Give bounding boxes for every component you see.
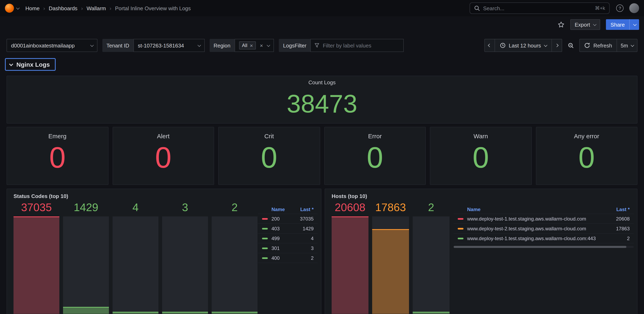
chevron-left-icon: [488, 44, 491, 47]
bar-value: 1429: [74, 202, 98, 214]
legend-series-name[interactable]: 400: [272, 255, 280, 261]
time-range-picker[interactable]: Last 12 hours: [494, 39, 552, 52]
region-dropdown[interactable]: All × ×: [234, 39, 274, 52]
dashboard-toolbar: Export Share: [0, 16, 644, 33]
bar-value: 2: [428, 202, 434, 214]
legend-header-last[interactable]: Last *: [300, 206, 314, 212]
clear-selection-icon[interactable]: ×: [260, 43, 263, 48]
scrollbar-thumb[interactable]: [454, 246, 626, 248]
breadcrumb-current-page: Portal Inline Overview with Logs: [115, 5, 191, 11]
funnel-icon: [315, 43, 320, 48]
breadcrumb-wallarm[interactable]: Wallarm: [86, 5, 106, 11]
share-label: Share: [606, 19, 629, 30]
series-swatch-icon: [458, 228, 464, 229]
panel-stat-alert: Alert 0: [112, 127, 214, 185]
export-button[interactable]: Export: [570, 19, 600, 30]
panel-title: Any error: [574, 133, 599, 139]
refresh-interval-value: 5m: [621, 42, 628, 48]
legend-series-name[interactable]: www.deploy-test-1.test.staging.aws.walla…: [467, 216, 586, 222]
app-variable-dropdown[interactable]: d0001ainboxatestmailaapp: [6, 39, 98, 52]
bar-track: [162, 216, 208, 314]
screen: Home › Dashboards › Wallarm › Portal Inl…: [0, 0, 644, 314]
legend-series-name[interactable]: www.deploy-test-1.test.staging.aws.walla…: [467, 236, 596, 241]
favorite-star-icon[interactable]: [558, 21, 564, 28]
legend-series-value: 3: [308, 245, 314, 251]
stat-value: 0: [155, 143, 171, 172]
bar-fill: [14, 216, 59, 314]
legend-series-name[interactable]: 403: [272, 226, 280, 231]
bar-fill: [162, 312, 208, 314]
search-input[interactable]: Search... ⌘+k: [470, 2, 610, 14]
bar-fill: [332, 216, 368, 314]
help-icon[interactable]: ?: [616, 4, 624, 12]
legend-series-name[interactable]: 200: [272, 216, 280, 222]
refresh-button[interactable]: Refresh: [580, 39, 617, 52]
search-icon: [474, 5, 480, 11]
bar-value: 4: [132, 202, 138, 214]
zoom-out-button[interactable]: [565, 39, 577, 52]
logsfilter-placeholder: Filter by label values: [323, 42, 371, 48]
logsfilter-input[interactable]: Filter by label values: [310, 39, 404, 52]
refresh-label: Refresh: [594, 42, 612, 48]
stat-value: 0: [367, 143, 383, 172]
bar-host-1: 20608: [332, 202, 368, 314]
legend-series-name[interactable]: 499: [272, 236, 280, 241]
bar-301: 3: [162, 202, 208, 314]
breadcrumb-dashboards[interactable]: Dashboards: [49, 5, 78, 11]
bar-fill: [63, 307, 109, 314]
series-swatch-icon: [262, 218, 268, 220]
legend-header-last[interactable]: Last *: [616, 206, 630, 212]
time-shift-forward-button[interactable]: [552, 39, 562, 52]
legend-horizontal-scrollbar: [454, 246, 634, 248]
clock-icon: [500, 42, 506, 48]
legend-series-name[interactable]: www.deploy-test-2.test.staging.aws.walla…: [467, 226, 586, 231]
bar-track: [413, 216, 450, 314]
series-swatch-icon: [262, 228, 268, 229]
tenant-label: Tenant ID: [102, 39, 133, 52]
legend-header-name[interactable]: Name: [272, 206, 285, 212]
legend-row: www.deploy-test-1.test.staging.aws.walla…: [454, 214, 634, 224]
series-swatch-icon: [458, 218, 464, 220]
refresh-interval-dropdown[interactable]: 5m: [616, 39, 638, 52]
user-avatar[interactable]: [629, 3, 639, 13]
region-tag-label: All: [242, 42, 248, 48]
panel-hosts: Hosts (top 10) 20608 17863 2: [325, 189, 638, 314]
logsfilter-variable: LogsFilter Filter by label values: [279, 39, 404, 52]
legend-header: Name Last *: [454, 205, 634, 214]
grafana-app: Home › Dashboards › Wallarm › Portal Inl…: [0, 0, 644, 314]
share-menu-toggle[interactable]: [629, 19, 639, 30]
legend-series-value: 2: [624, 236, 630, 241]
panel-status-codes: Status Codes (top 10) 37035 1429 4: [6, 189, 322, 314]
series-swatch-icon: [458, 238, 464, 239]
bar-track: [112, 216, 158, 314]
grafana-logo-icon[interactable]: [5, 4, 14, 13]
refresh-group: Refresh 5m: [580, 39, 638, 52]
search-placeholder: Search...: [483, 5, 504, 11]
time-shift-back-button[interactable]: [484, 39, 495, 52]
region-label: Region: [210, 39, 234, 52]
tenant-dropdown[interactable]: st-107263-1581634: [133, 39, 204, 52]
row-toggle-nginx-logs[interactable]: Nginx Logs: [5, 58, 56, 71]
series-swatch-icon: [262, 257, 268, 259]
share-button[interactable]: Share: [606, 19, 639, 30]
breadcrumb-home[interactable]: Home: [26, 5, 40, 11]
panel-stat-warn: Warn 0: [430, 127, 532, 185]
chevron-down-icon: [631, 43, 634, 47]
org-switcher-chevron-icon[interactable]: [16, 6, 20, 9]
region-tag-all[interactable]: All ×: [239, 41, 256, 49]
app-variable-value: d0001ainboxatestmailaapp: [11, 42, 75, 48]
top-nav: Home › Dashboards › Wallarm › Portal Inl…: [0, 0, 644, 16]
panel-title: Alert: [157, 133, 170, 139]
panel-stat-crit: Crit 0: [218, 127, 320, 185]
legend-header: Name Last *: [258, 205, 318, 214]
bar-value: 2: [232, 202, 238, 214]
legend-row: www.deploy-test-1.test.staging.aws.walla…: [454, 234, 634, 243]
remove-tag-icon[interactable]: ×: [250, 43, 253, 48]
zoom-out-icon: [568, 42, 574, 48]
legend-header-name[interactable]: Name: [467, 206, 480, 212]
legend-row: 200 37035: [258, 214, 318, 224]
legend-series-name[interactable]: 301: [272, 245, 280, 251]
region-variable: Region All × ×: [210, 39, 274, 52]
panel-stat-emerg: Emerg 0: [6, 127, 108, 185]
legend-row: 403 1429: [258, 224, 318, 234]
